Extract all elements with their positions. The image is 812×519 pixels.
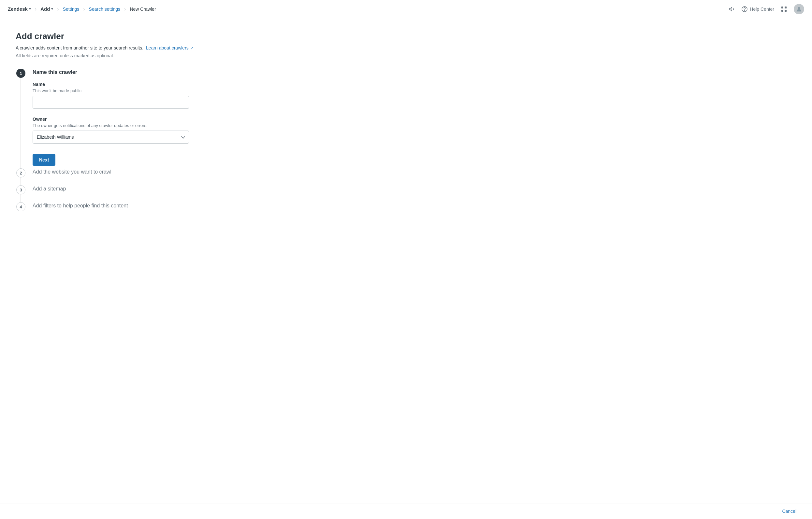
step-4-left: 4: [16, 202, 26, 211]
learn-link[interactable]: Learn about crawlers ↗: [146, 45, 194, 51]
add-menu[interactable]: Add ▾: [40, 6, 53, 12]
step-4: 4 Add filters to help people find this c…: [16, 202, 278, 211]
step-1-left: 1: [16, 69, 26, 168]
breadcrumb-separator-1: ›: [35, 6, 36, 12]
step-2: 2 Add the website you want to crawl: [16, 168, 278, 185]
breadcrumb-separator-3: ›: [83, 6, 85, 12]
help-center-button[interactable]: Help Center: [741, 6, 774, 12]
current-page-breadcrumb: New Crawler: [130, 6, 156, 12]
step-1: 1 Name this crawler Name This won't be m…: [16, 69, 278, 168]
add-label: Add: [40, 6, 50, 12]
subtitle-text: A crawler adds content from another site…: [16, 45, 143, 51]
step-1-form: Name This won't be made public Owner The…: [33, 82, 278, 166]
required-note: All fields are required unless marked as…: [16, 53, 278, 58]
brand-chevron-icon: ▾: [29, 7, 31, 11]
search-settings-breadcrumb[interactable]: Search settings: [89, 6, 121, 12]
add-chevron-icon: ▾: [51, 7, 53, 11]
settings-breadcrumb[interactable]: Settings: [63, 6, 80, 12]
step-2-number: 2: [16, 168, 25, 178]
breadcrumb-separator-4: ›: [124, 6, 126, 12]
breadcrumb-separator-2: ›: [57, 6, 59, 12]
page-subtitle: A crawler adds content from another site…: [16, 45, 278, 51]
owner-hint: The owner gets notifications of any craw…: [33, 123, 278, 128]
step-2-title: Add the website you want to crawl: [33, 168, 278, 175]
user-icon: [796, 6, 802, 12]
owner-field: Owner The owner gets notifications of an…: [33, 117, 278, 144]
step-4-title: Add filters to help people find this con…: [33, 202, 278, 209]
footer: Cancel: [0, 503, 812, 519]
svg-point-6: [798, 7, 800, 9]
external-link-icon: ↗: [191, 46, 194, 50]
page-title: Add crawler: [16, 31, 278, 41]
step-3: 3 Add a sitemap: [16, 185, 278, 202]
step-1-title: Name this crawler: [33, 69, 278, 75]
nav-actions: Help Center: [728, 4, 804, 14]
step-3-title: Add a sitemap: [33, 185, 278, 192]
owner-select-wrapper: Elizabeth Williams: [33, 130, 189, 144]
step-3-left: 3: [16, 185, 26, 202]
cancel-button[interactable]: Cancel: [782, 509, 796, 514]
help-icon: [741, 6, 748, 12]
grid-icon: [781, 6, 787, 12]
step-4-content: Add filters to help people find this con…: [33, 202, 278, 211]
megaphone-icon: [728, 6, 735, 12]
apps-button[interactable]: [781, 6, 787, 12]
announcements-button[interactable]: [728, 6, 735, 12]
svg-rect-5: [785, 10, 787, 12]
next-button[interactable]: Next: [33, 154, 55, 166]
owner-label: Owner: [33, 117, 278, 122]
name-field: Name This won't be made public: [33, 82, 278, 109]
step-3-connector: [21, 194, 21, 202]
avatar[interactable]: [794, 4, 804, 14]
main-content: Add crawler A crawler adds content from …: [0, 18, 293, 503]
step-3-number: 3: [16, 185, 25, 194]
step-4-number: 4: [16, 202, 25, 211]
help-center-label: Help Center: [750, 6, 774, 12]
steps-container: 1 Name this crawler Name This won't be m…: [16, 69, 278, 211]
svg-point-1: [745, 10, 745, 11]
svg-rect-4: [781, 10, 783, 12]
name-input[interactable]: [33, 96, 189, 109]
brand-menu[interactable]: Zendesk ▾: [8, 6, 31, 12]
step-1-content: Name this crawler Name This won't be mad…: [33, 69, 278, 168]
svg-rect-3: [785, 6, 787, 8]
step-1-connector: [21, 78, 21, 168]
brand-label: Zendesk: [8, 6, 28, 12]
name-label: Name: [33, 82, 278, 87]
step-1-number: 1: [16, 69, 25, 78]
name-hint: This won't be made public: [33, 88, 278, 93]
owner-select[interactable]: Elizabeth Williams: [33, 130, 189, 144]
step-2-connector: [21, 178, 21, 185]
step-3-content: Add a sitemap: [33, 185, 278, 202]
svg-rect-2: [781, 6, 783, 8]
top-navigation: Zendesk ▾ › Add ▾ › Settings › Search se…: [0, 0, 812, 18]
learn-link-label: Learn about crawlers: [146, 45, 188, 51]
step-2-left: 2: [16, 168, 26, 185]
step-2-content: Add the website you want to crawl: [33, 168, 278, 185]
